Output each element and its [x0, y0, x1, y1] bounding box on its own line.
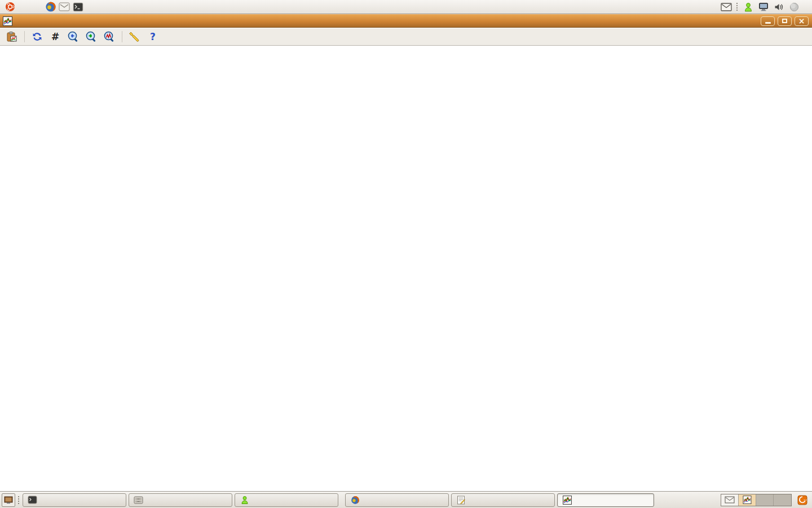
zoom-next-icon [85, 30, 98, 43]
gnuplot-plot-area [0, 46, 812, 491]
show-desktop-icon [4, 496, 13, 504]
task-button-terminal[interactable] [23, 493, 126, 507]
gnome-taskbar [0, 491, 812, 508]
mail-notification-icon[interactable] [721, 2, 732, 12]
clipboard-icon [6, 31, 17, 42]
plots-canvas[interactable] [0, 46, 812, 491]
system-tray [721, 2, 812, 12]
volume-icon[interactable] [773, 2, 784, 12]
task-button-file-manager[interactable] [129, 493, 232, 507]
copy-to-clipboard-button[interactable] [5, 29, 19, 44]
workspace-1[interactable] [721, 494, 739, 506]
mail-window-thumbnail [725, 496, 735, 503]
weather-icon[interactable] [788, 2, 800, 12]
menu-system[interactable] [34, 0, 44, 14]
terminal-launcher[interactable] [71, 1, 85, 13]
gnuplot-icon [562, 496, 572, 505]
autoscale-button[interactable] [102, 29, 117, 44]
mail-icon [59, 2, 70, 11]
menu-applications[interactable] [0, 0, 24, 14]
menu-places[interactable] [24, 0, 34, 14]
task-button-browser[interactable] [345, 493, 449, 507]
maximize-icon [782, 19, 787, 23]
mail-launcher[interactable] [58, 1, 71, 13]
tray-handle[interactable] [736, 2, 739, 11]
ubuntu-logo-icon [5, 2, 15, 12]
help-button[interactable]: ? [145, 29, 160, 44]
refresh-icon [32, 31, 43, 42]
display-icon[interactable] [758, 2, 769, 12]
zoom-next-button[interactable] [84, 29, 99, 44]
tasklist-handle[interactable] [17, 496, 20, 505]
zoom-previous-button[interactable] [66, 29, 81, 44]
firefox-icon [45, 1, 56, 12]
task-button-gnuplot[interactable] [557, 493, 654, 507]
gnuplot-window-icon [3, 16, 12, 26]
zoom-previous-icon [67, 30, 80, 43]
firefox-launcher[interactable] [44, 1, 58, 13]
configure-button[interactable] [127, 29, 142, 44]
task-button-gajim[interactable] [235, 493, 338, 507]
wrench-icon [129, 30, 141, 43]
terminal-icon [28, 496, 37, 505]
close-button[interactable]: × [795, 16, 809, 26]
help-icon: ? [150, 31, 156, 42]
task-button-editor[interactable] [451, 493, 555, 507]
gajim-icon [240, 496, 249, 505]
terminal-icon [73, 2, 83, 12]
toolbar-separator [122, 31, 122, 42]
file-manager-icon [134, 496, 143, 505]
toggle-grid-button[interactable]: # [48, 29, 63, 44]
trash-icon [797, 494, 808, 506]
minimize-icon [765, 22, 771, 24]
grid-icon: # [51, 31, 59, 42]
workspace-4[interactable] [774, 494, 791, 506]
workspace-2-current[interactable] [739, 494, 756, 506]
gnuplot-toolbar: # ? [0, 28, 812, 46]
autoscale-icon [103, 30, 116, 43]
toolbar-separator [24, 31, 25, 42]
firefox-icon [350, 496, 360, 505]
workspace-switcher [721, 494, 792, 506]
maximize-button[interactable] [778, 16, 792, 26]
gnuplot-window-thumbnail [743, 496, 752, 504]
trash-applet[interactable] [796, 494, 809, 506]
replot-button[interactable] [30, 29, 45, 44]
gajim-status-icon[interactable] [743, 2, 754, 12]
workspace-3[interactable] [756, 494, 774, 506]
text-editor-icon [456, 496, 466, 505]
minimize-button[interactable] [761, 16, 775, 26]
gnome-panel [0, 0, 812, 14]
close-icon: × [798, 17, 805, 25]
show-desktop-button[interactable] [2, 493, 15, 507]
titlebar[interactable]: × [0, 14, 812, 28]
